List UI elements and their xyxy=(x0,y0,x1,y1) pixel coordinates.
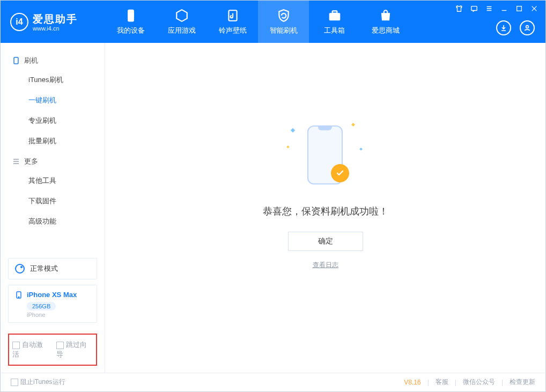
svg-rect-7 xyxy=(14,57,18,64)
ok-button[interactable]: 确定 xyxy=(288,232,363,251)
tab-label: 爱思商城 xyxy=(372,26,400,35)
tab-label: 应用游戏 xyxy=(168,26,196,35)
sidebar-section-flash: 刷机 xyxy=(1,50,105,70)
cube-icon xyxy=(175,9,189,23)
success-check-icon xyxy=(331,164,349,182)
footer-link-update[interactable]: 检查更新 xyxy=(510,378,535,387)
sidebar: 刷机 iTunes刷机 一键刷机 专业刷机 批量刷机 更多 其他工具 下载固件 … xyxy=(1,43,105,373)
section-title: 更多 xyxy=(24,157,38,166)
section-title: 刷机 xyxy=(24,56,38,65)
view-log-link[interactable]: 查看日志 xyxy=(313,261,338,270)
menu-icon[interactable] xyxy=(485,5,493,14)
svg-rect-1 xyxy=(517,6,522,11)
status-bar: 阻止iTunes运行 V8.16 | 客服 | 微信公众号 | 检查更新 xyxy=(1,373,545,391)
tshirt-icon[interactable] xyxy=(455,5,463,14)
tab-ringtones[interactable]: 铃声壁纸 xyxy=(207,1,258,43)
success-illustration xyxy=(299,125,352,190)
options-highlight-box: 自动激活 跳过向导 xyxy=(8,334,97,366)
titlebar-controls xyxy=(455,5,538,14)
svg-rect-4 xyxy=(329,13,340,20)
tab-my-device[interactable]: 我的设备 xyxy=(105,1,156,43)
device-name: iPhone XS Max xyxy=(27,291,77,299)
header-right-icons xyxy=(496,20,535,35)
skip-guide-checkbox[interactable]: 跳过向导 xyxy=(56,340,93,359)
nav-tabs: 我的设备 应用游戏 铃声壁纸 智能刷机 工具箱 爱思商城 xyxy=(105,1,411,43)
tab-label: 铃声壁纸 xyxy=(219,26,247,35)
svg-point-9 xyxy=(18,297,19,298)
tab-smart-flash[interactable]: 智能刷机 xyxy=(258,1,309,43)
maximize-icon[interactable] xyxy=(515,5,523,14)
block-itunes-checkbox[interactable]: 阻止iTunes运行 xyxy=(11,378,65,387)
logo-icon: i4 xyxy=(10,13,28,31)
device-capacity: 256GB xyxy=(27,302,56,310)
tab-label: 智能刷机 xyxy=(270,26,298,35)
sidebar-item-oneclick-flash[interactable]: 一键刷机 xyxy=(1,90,105,110)
mode-status-icon xyxy=(15,264,25,273)
tab-toolbox[interactable]: 工具箱 xyxy=(309,1,360,43)
tab-store[interactable]: 爱思商城 xyxy=(360,1,411,43)
app-name: 爱思助手 xyxy=(33,12,78,26)
app-logo: i4 爱思助手 www.i4.cn xyxy=(1,12,105,32)
main-content: 恭喜您，保资料刷机成功啦！ 确定 查看日志 xyxy=(105,43,545,373)
success-message: 恭喜您，保资料刷机成功啦！ xyxy=(263,205,388,218)
shield-refresh-icon xyxy=(277,9,291,23)
sidebar-section-more: 更多 xyxy=(1,151,105,171)
svg-rect-2 xyxy=(128,10,134,21)
device-type: iPhone xyxy=(15,312,90,318)
svg-rect-0 xyxy=(471,6,477,11)
tab-apps-games[interactable]: 应用游戏 xyxy=(156,1,207,43)
mode-card[interactable]: 正常模式 xyxy=(8,258,97,279)
svg-point-6 xyxy=(526,26,529,28)
phone-outline-icon xyxy=(12,57,20,64)
bag-icon xyxy=(379,9,393,23)
sidebar-item-download-firmware[interactable]: 下载固件 xyxy=(1,191,105,211)
device-icon xyxy=(124,9,138,23)
close-icon[interactable] xyxy=(530,5,538,14)
svg-rect-5 xyxy=(332,11,337,13)
download-icon[interactable] xyxy=(496,20,511,35)
user-icon[interactable] xyxy=(520,20,535,35)
minimize-icon[interactable] xyxy=(500,5,508,14)
sidebar-item-other-tools[interactable]: 其他工具 xyxy=(1,171,105,191)
feedback-icon[interactable] xyxy=(470,5,478,14)
sidebar-item-itunes-flash[interactable]: iTunes刷机 xyxy=(1,70,105,90)
sidebar-item-batch-flash[interactable]: 批量刷机 xyxy=(1,131,105,151)
music-file-icon xyxy=(226,9,240,23)
footer-link-wechat[interactable]: 微信公众号 xyxy=(463,378,495,387)
briefcase-icon xyxy=(328,9,342,23)
tab-label: 我的设备 xyxy=(117,26,145,35)
sidebar-item-advanced[interactable]: 高级功能 xyxy=(1,211,105,232)
device-card[interactable]: iPhone XS Max 256GB iPhone xyxy=(8,285,97,323)
tab-label: 工具箱 xyxy=(324,26,345,35)
footer-link-support[interactable]: 客服 xyxy=(436,378,448,387)
list-icon xyxy=(12,158,20,165)
checkbox-label: 阻止iTunes运行 xyxy=(20,378,65,386)
mode-label: 正常模式 xyxy=(30,264,58,273)
version-label: V8.16 xyxy=(404,379,420,386)
device-phone-icon xyxy=(15,291,23,299)
sidebar-item-pro-flash[interactable]: 专业刷机 xyxy=(1,110,105,131)
auto-activate-checkbox[interactable]: 自动激活 xyxy=(12,340,49,359)
app-domain: www.i4.cn xyxy=(33,25,78,32)
